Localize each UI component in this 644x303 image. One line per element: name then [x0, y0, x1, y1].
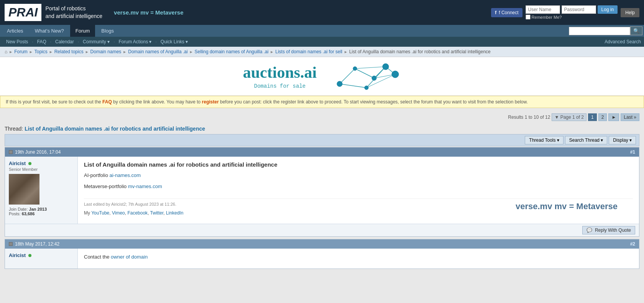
post-2-content: Contact the owner of domain: [78, 249, 639, 269]
page-2-link[interactable]: 2: [598, 113, 607, 121]
svg-point-10: [353, 67, 357, 70]
home-icon: ⌂: [5, 49, 7, 54]
post-2-online-dot: [28, 254, 31, 257]
page-next-link[interactable]: ►: [608, 113, 619, 121]
site-logo: PRAI: [5, 4, 41, 21]
bc-forum[interactable]: Forum: [14, 49, 28, 54]
main-content: Results 1 to 10 of 12 ▼ Page 1 of 2 1 2 …: [0, 108, 644, 272]
notice-bar: If this is your first visit, be sure to …: [0, 96, 644, 108]
header-right: f f Connect Log in Remember Me? Help: [491, 5, 639, 20]
quote-icon: 💬: [586, 228, 592, 233]
password-input[interactable]: [562, 5, 596, 14]
owner-domain-link[interactable]: owner of domain: [111, 254, 148, 260]
help-button[interactable]: Help: [621, 8, 639, 17]
post-2-icon: [9, 242, 13, 246]
nav-forum[interactable]: Forum: [70, 25, 95, 37]
post-2-number: #2: [630, 241, 635, 247]
svg-line-1: [355, 69, 374, 78]
sub-navbar: New Posts · FAQ · Calendar · Community ▾…: [0, 37, 644, 47]
metaverse-display-text: verse.mv mv = Metaverse: [500, 194, 633, 219]
thread-title-bar: Thread: List of Anguilla domain names .a…: [5, 123, 639, 134]
post-1-icon: [9, 150, 13, 154]
post-2-author[interactable]: Airicist: [9, 252, 26, 258]
page-dropdown[interactable]: ▼ Page 1 of 2: [552, 113, 586, 121]
top-search-input[interactable]: [569, 27, 630, 35]
banner-title: auctions.ai: [243, 63, 317, 82]
bc-lists-domain-names[interactable]: Lists of domain names .ai for sell: [275, 49, 342, 54]
nav-articles[interactable]: Articles: [2, 25, 29, 37]
post-2: 18th May 2017, 12:42 #2 Airicist Contact…: [5, 239, 639, 269]
post-1-sidebar: Airicist Senior Member Join Date: Jan 20…: [5, 157, 78, 224]
post-1-text-mv: Metaverse-portfolio mv-names.com: [84, 183, 633, 191]
banner-inner: auctions.ai Domains for sale: [4, 61, 640, 92]
post-2-header: 18th May 2017, 12:42 #2: [5, 239, 639, 249]
bc-domain-names-anguilla[interactable]: Domain names of Anguilla .ai: [128, 49, 187, 54]
subnav-forum-actions[interactable]: Forum Actions ▾: [115, 38, 154, 46]
page-last-link[interactable]: Last »: [621, 113, 639, 121]
post-1-content: List of Anguilla domain names .ai for ro…: [78, 157, 639, 224]
svg-line-4: [340, 84, 366, 88]
nav-blogs[interactable]: Blogs: [96, 25, 119, 37]
ai-names-link[interactable]: ai-names.com: [109, 172, 141, 178]
post-1-header: 19th June 2016, 17:04 #1: [5, 147, 639, 157]
svg-line-6: [355, 67, 386, 69]
logo-area: PRAI Portal of robotics and artificial i…: [5, 4, 183, 21]
subnav-community[interactable]: Community ▾: [80, 38, 113, 46]
subnav-quick-links[interactable]: Quick Links ▾: [158, 38, 191, 46]
facebook-connect-button[interactable]: f f Connect: [491, 8, 522, 17]
bc-domain-names[interactable]: Domain names: [90, 49, 122, 54]
bc-selling-domain-names[interactable]: Selling domain names of Anguilla .ai: [195, 49, 269, 54]
twitter-link[interactable]: Twitter: [150, 210, 164, 216]
reply-with-quote-button[interactable]: 💬 Reply With Quote: [582, 226, 635, 234]
subnav-faq[interactable]: FAQ: [34, 38, 49, 46]
nav-whats-new[interactable]: What's New?: [30, 25, 69, 37]
post-2-text: Contact the owner of domain: [84, 253, 633, 261]
remember-me-checkbox[interactable]: [526, 15, 531, 20]
banner-subtitle: Domains for sale: [243, 83, 317, 89]
post-1-rank: Senior Member: [9, 167, 74, 172]
post-1-number: #1: [630, 149, 635, 155]
subnav-calendar[interactable]: Calendar: [52, 38, 77, 46]
post-2-body: Airicist Contact the owner of domain: [5, 249, 639, 269]
page-1-link[interactable]: 1: [588, 113, 597, 121]
results-count: Results 1 to 10 of 12: [508, 115, 550, 120]
post-2-sidebar: Airicist: [5, 249, 78, 269]
search-thread-button[interactable]: Search Thread ▾: [565, 136, 608, 144]
post-1: 19th June 2016, 17:04 #1 Airicist Senior…: [5, 147, 639, 237]
pagination-top: Results 1 to 10 of 12 ▼ Page 1 of 2 1 2 …: [5, 111, 639, 123]
facebook-icon: f: [495, 10, 496, 15]
site-banner: auctions.ai Domains for sale: [0, 57, 644, 96]
youtube-link[interactable]: YouTube: [91, 210, 109, 216]
bc-current-page: List of Anguilla domain names .ai for ro…: [349, 49, 491, 54]
faq-link[interactable]: FAQ: [102, 99, 112, 105]
online-status-dot: [28, 162, 31, 165]
svg-point-13: [392, 71, 399, 78]
top-search-bar: 🔍: [569, 26, 642, 35]
svg-line-0: [340, 69, 355, 84]
avatar-image: [9, 174, 39, 205]
top-search-button[interactable]: 🔍: [630, 26, 642, 35]
post-1-date: 19th June 2016, 17:04: [15, 149, 61, 155]
site-subtitle: verse.mv mv = Metaverse: [114, 9, 183, 16]
banner-text-area: auctions.ai Domains for sale: [243, 63, 317, 89]
post-1-author[interactable]: Airicist: [9, 161, 26, 166]
linkedin-link[interactable]: LinkedIn: [166, 210, 183, 216]
thread-title-link[interactable]: List of Anguilla domain names .ai for ro…: [25, 126, 205, 132]
svg-point-9: [337, 81, 342, 87]
username-input[interactable]: [526, 5, 560, 14]
register-link[interactable]: register: [202, 99, 219, 105]
facebook-link[interactable]: Facebook: [127, 210, 148, 216]
svg-point-14: [365, 86, 368, 90]
mv-names-link[interactable]: mv-names.com: [128, 183, 162, 189]
bc-topics[interactable]: Topics: [34, 49, 48, 54]
bc-related-topics[interactable]: Related topics: [54, 49, 84, 54]
vimeo-link[interactable]: Vimeo: [112, 210, 125, 216]
display-button[interactable]: Display ▾: [609, 136, 636, 144]
subnav-new-posts[interactable]: New Posts: [3, 38, 31, 46]
thread-tools-button[interactable]: Thread Tools ▾: [525, 136, 564, 144]
login-button[interactable]: Log in: [598, 5, 618, 14]
site-header: PRAI Portal of robotics and artificial i…: [0, 0, 644, 25]
post-1-title: List of Anguilla domain names .ai for ro…: [84, 161, 633, 168]
advanced-search-link[interactable]: Advanced Search: [605, 39, 641, 44]
site-tagline: Portal of robotics and artificial intell…: [45, 5, 102, 20]
